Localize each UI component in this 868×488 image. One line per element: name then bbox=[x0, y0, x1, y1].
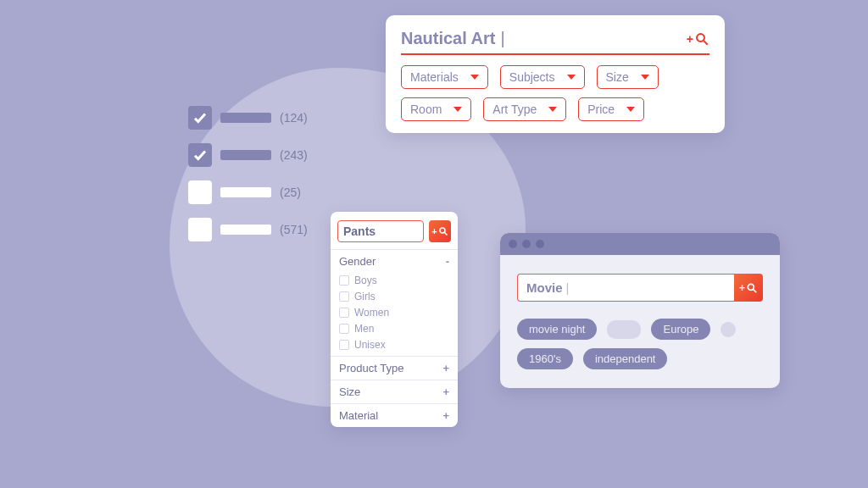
plus-icon: + bbox=[687, 32, 693, 46]
facet-count: (25) bbox=[280, 186, 301, 199]
checkbox-unchecked-icon[interactable] bbox=[188, 180, 212, 204]
collapse-icon: - bbox=[446, 255, 449, 268]
filter-label: Price bbox=[587, 103, 615, 116]
tag-cloud: movie night Europe 1960's independent bbox=[517, 319, 763, 369]
filter-label: Art Type bbox=[492, 103, 537, 116]
pants-search-input[interactable]: Pants bbox=[337, 220, 424, 242]
svg-line-1 bbox=[704, 41, 708, 45]
option-label: Girls bbox=[354, 291, 376, 302]
chevron-down-icon bbox=[567, 75, 576, 80]
option-unisex[interactable]: Unisex bbox=[339, 339, 449, 351]
text-cursor-icon: | bbox=[566, 280, 570, 295]
facet-row[interactable]: (124) bbox=[188, 106, 308, 130]
filter-room[interactable]: Room bbox=[401, 97, 471, 121]
tag-label: Europe bbox=[663, 323, 698, 336]
movie-search-input[interactable]: Movie | bbox=[517, 274, 734, 302]
facet-label-placeholder bbox=[220, 113, 271, 123]
chevron-down-icon bbox=[626, 107, 635, 112]
checkbox-checked-icon[interactable] bbox=[188, 143, 212, 167]
facet-label-placeholder bbox=[220, 187, 271, 197]
filter-subjects[interactable]: Subjects bbox=[500, 65, 585, 89]
chevron-down-icon bbox=[548, 107, 557, 112]
search-value: Nautical Art bbox=[401, 29, 496, 48]
option-label: Boys bbox=[354, 274, 377, 286]
plus-icon: + bbox=[739, 282, 745, 294]
checkbox-icon[interactable] bbox=[339, 340, 349, 350]
checkbox-icon[interactable] bbox=[339, 324, 349, 334]
tag-placeholder bbox=[607, 320, 641, 339]
facet-count: (571) bbox=[280, 223, 308, 236]
tag-label: movie night bbox=[529, 323, 585, 336]
plus-icon: + bbox=[431, 226, 437, 236]
filter-label: Size bbox=[606, 70, 629, 84]
facet-checklist: (124) (243) (25) (571) bbox=[188, 106, 308, 241]
expand-icon: + bbox=[442, 385, 449, 398]
checkbox-icon[interactable] bbox=[339, 291, 349, 302]
facet-label-placeholder bbox=[220, 150, 271, 160]
expand-icon: + bbox=[442, 409, 449, 422]
section-label: Size bbox=[339, 385, 360, 398]
facet-count: (243) bbox=[280, 148, 308, 162]
checkbox-icon[interactable] bbox=[339, 308, 349, 318]
filter-label: Room bbox=[410, 103, 442, 116]
filter-size[interactable]: Size bbox=[597, 65, 659, 89]
option-label: Unisex bbox=[354, 339, 386, 351]
facet-row[interactable]: (243) bbox=[188, 143, 308, 167]
svg-point-2 bbox=[440, 228, 445, 233]
magnifier-icon bbox=[746, 282, 758, 294]
tag-label: 1960's bbox=[529, 352, 561, 365]
tag-movie-night[interactable]: movie night bbox=[517, 319, 597, 340]
add-search-button[interactable]: + bbox=[734, 274, 763, 302]
tag-label: independent bbox=[595, 352, 656, 365]
chevron-down-icon bbox=[641, 75, 649, 80]
filter-grid: Materials Subjects Size Room Art Type Pr… bbox=[401, 65, 709, 121]
window-dot-icon bbox=[522, 240, 531, 248]
filter-art-type[interactable]: Art Type bbox=[483, 97, 566, 121]
section-material[interactable]: Material + bbox=[331, 403, 458, 427]
checkbox-unchecked-icon[interactable] bbox=[188, 218, 212, 241]
search-value: Pants bbox=[343, 225, 376, 238]
section-product-type[interactable]: Product Type + bbox=[331, 356, 458, 380]
option-girls[interactable]: Girls bbox=[339, 291, 449, 302]
facet-label-placeholder bbox=[220, 225, 271, 235]
option-women[interactable]: Women bbox=[339, 307, 449, 319]
tag-europe[interactable]: Europe bbox=[651, 319, 710, 340]
window-dot-icon bbox=[536, 240, 544, 248]
window-dot-icon bbox=[509, 240, 517, 248]
tag-independent[interactable]: independent bbox=[583, 348, 668, 369]
svg-point-0 bbox=[697, 34, 704, 42]
filter-price[interactable]: Price bbox=[578, 97, 644, 121]
section-label: Material bbox=[339, 409, 378, 422]
section-gender[interactable]: Gender - bbox=[331, 249, 458, 273]
filter-label: Subjects bbox=[509, 70, 555, 84]
option-label: Men bbox=[354, 323, 374, 335]
checkbox-icon[interactable] bbox=[339, 275, 349, 286]
magnifier-icon bbox=[694, 31, 709, 47]
expand-icon: + bbox=[442, 362, 449, 374]
movie-search-bar: Movie | + bbox=[517, 274, 763, 302]
tag-placeholder bbox=[721, 322, 736, 337]
tag-1960s[interactable]: 1960's bbox=[517, 348, 573, 369]
filter-materials[interactable]: Materials bbox=[401, 65, 488, 89]
gender-options: Boys Girls Women Men Unisex bbox=[331, 273, 458, 356]
facet-row[interactable]: (25) bbox=[188, 180, 308, 204]
option-men[interactable]: Men bbox=[339, 323, 449, 335]
pants-filter-panel: Pants + Gender - Boys Girls Women Men Un… bbox=[331, 212, 458, 427]
section-label: Gender bbox=[339, 255, 376, 268]
checkbox-checked-icon[interactable] bbox=[188, 106, 212, 130]
filter-label: Materials bbox=[410, 70, 459, 84]
add-search-button[interactable]: + bbox=[429, 220, 451, 242]
movie-search-window: Movie | + movie night Europe 1960's inde… bbox=[500, 233, 780, 388]
chevron-down-icon bbox=[453, 107, 462, 112]
section-size[interactable]: Size + bbox=[331, 380, 458, 403]
section-label: Product Type bbox=[339, 362, 403, 374]
facet-count: (124) bbox=[280, 111, 308, 125]
nautical-filter-card: Nautical Art | + Materials Subjects Size… bbox=[386, 15, 725, 133]
nautical-search-input[interactable]: Nautical Art | bbox=[401, 29, 505, 48]
svg-point-4 bbox=[748, 284, 754, 290]
add-search-button[interactable]: + bbox=[687, 31, 709, 47]
option-boys[interactable]: Boys bbox=[339, 274, 449, 286]
window-title-bar bbox=[500, 233, 780, 255]
facet-row[interactable]: (571) bbox=[188, 218, 308, 241]
nautical-search-bar: Nautical Art | + bbox=[401, 29, 709, 55]
